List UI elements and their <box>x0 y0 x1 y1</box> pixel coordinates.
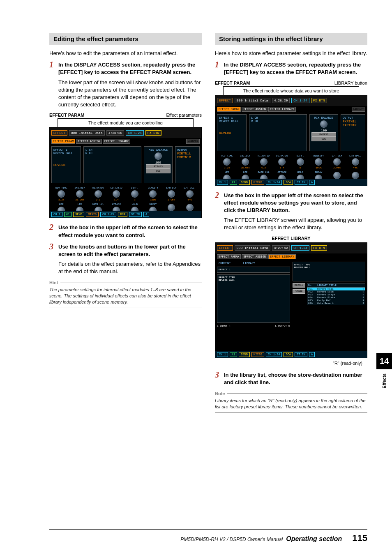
editing-header: Editing the effect parameters <box>49 33 202 45</box>
send-button[interactable]: SEND <box>239 352 250 357</box>
tab-effect-library[interactable]: EFFECT LIBRARY <box>268 107 296 112</box>
step-number: 2 <box>49 223 56 239</box>
library-row[interactable]: 005Early Ref.R <box>307 299 365 302</box>
effect-library-screenshot: EFFECT 000 Initial Data 4:27:49 CH 1-24 … <box>215 242 367 358</box>
fig-label-effect-param: EFFECT PARAM <box>215 81 250 85</box>
page-footer: PM5D/PM5D-RH V2 / DSP5D Owner's Manual O… <box>49 529 367 543</box>
r-readonly-caption: "R" (read-only) <box>215 361 362 366</box>
param-knob[interactable]: DIFF.8 <box>127 187 143 201</box>
bypass-button[interactable]: BYPASS <box>311 132 336 137</box>
param-knob[interactable]: E/R DLY2.0ms <box>329 154 346 169</box>
library-row[interactable]: 001Reverb HallR <box>307 288 365 290</box>
screen-name: EFFECT <box>51 130 67 136</box>
step-title: Use the box in the upper left of the scr… <box>58 224 198 238</box>
fig-label-effect-param: EFFECT PARAM <box>49 113 84 117</box>
param-knob[interactable]: INI.DLY35.0ms <box>71 187 88 201</box>
param-knob[interactable]: LO.RATIO1.4 <box>108 187 125 201</box>
storing-header: Storing settings in the effect library <box>215 33 367 45</box>
param-knob[interactable]: DIFF.8 <box>292 154 309 169</box>
effect-library-caption: EFFECT LIBRARY <box>215 236 367 241</box>
storing-intro: Here's how to store effect parameter set… <box>215 50 367 57</box>
step-title: Use the box in the upper left of the scr… <box>224 192 363 213</box>
tab-effect-assign[interactable]: EFFECT ASSIGN <box>242 107 267 112</box>
recall-button[interactable]: RECALL <box>293 283 306 288</box>
tab-effect-library[interactable]: EFFECT LIBRARY <box>103 139 130 144</box>
param-knob[interactable]: E/R BAL.44% <box>347 154 364 169</box>
library-button[interactable]: LIBRARY <box>352 107 365 112</box>
module-box[interactable]: EFFECT 1 <box>219 116 244 120</box>
selected-ch: CH 1 <box>51 212 62 217</box>
chapter-tab: 14 Effects <box>376 353 392 389</box>
meter-ch: CH 1-24 <box>126 130 144 136</box>
step-number: 1 <box>49 60 56 108</box>
step-number: 1 <box>215 60 221 76</box>
page-number: 115 <box>347 533 367 543</box>
library-row[interactable]: 003Reverb StageR <box>307 293 365 296</box>
library-row[interactable]: 006Gate ReverbR <box>307 302 365 305</box>
step-text: The lower part of the screen will show k… <box>58 79 201 108</box>
editing-intro: Here's how to edit the parameters of an … <box>49 50 202 57</box>
param-knob[interactable]: HI.RATIO0.3 <box>255 154 272 169</box>
fig-label-library-btn: LIBRARY button <box>334 81 367 85</box>
effect-module[interactable]: EFFECT 1 <box>217 267 290 273</box>
right-step-3: 3 In the library list, choose the store-… <box>215 371 367 386</box>
callout-module-store: The effect module whose data you want to… <box>223 86 359 95</box>
library-button[interactable]: LIBRARY <box>186 139 200 144</box>
left-column: Editing the effect parameters Here's how… <box>49 33 202 413</box>
store-button[interactable]: STORE <box>293 289 306 294</box>
tab-effect-param[interactable]: EFFECT PARAM <box>217 254 241 259</box>
right-step-2: 2 Use the box in the upper left of the s… <box>215 192 367 232</box>
scene-memory: 000 Initial Data <box>69 130 105 136</box>
library-row[interactable]: 004Reverb PlateR <box>307 296 365 299</box>
note-title: Note <box>215 391 225 396</box>
step-title: In the DISPLAY ACCESS section, repeatedl… <box>224 62 361 75</box>
library-list[interactable]: No.LIBRARY TITLE 001Reverb HallR002Rever… <box>307 283 365 305</box>
tab-effect-assign[interactable]: EFFECT ASSIGN <box>76 139 102 144</box>
section-title: Operating section <box>286 535 342 543</box>
step-number: 3 <box>215 371 221 386</box>
note-block: Note Library items for which an "R" (rea… <box>215 391 367 413</box>
tab-effect-library[interactable]: EFFECT LIBRARY <box>268 254 296 259</box>
step-title: In the DISPLAY ACCESS section, repeatedl… <box>58 62 195 75</box>
cue-button[interactable]: CUE <box>311 137 336 141</box>
param-knob[interactable]: E/R DLY2.0ms <box>163 187 180 201</box>
send-button[interactable]: SEND <box>239 180 250 185</box>
present-time: 4:28:20 <box>106 130 125 136</box>
module-box[interactable]: EFFECT 1 <box>53 148 79 152</box>
tab-effect-param[interactable]: EFFECT PARAM <box>51 139 75 144</box>
chapter-number: 14 <box>376 353 392 369</box>
param-knob[interactable]: HI.RATIO0.3 <box>90 187 106 201</box>
param-knob[interactable]: E/R BAL.44% <box>181 187 198 201</box>
left-step-1: 1 In the DISPLAY ACCESS section, repeate… <box>49 61 202 108</box>
bypass-button[interactable]: BYPASS <box>146 164 171 169</box>
chapter-label: Effects <box>382 373 387 389</box>
hint-body: The parameter settings for internal effe… <box>49 287 202 308</box>
step-number: 3 <box>49 242 56 276</box>
tab-effect-assign[interactable]: EFFECT ASSIGN <box>242 254 267 259</box>
param-knob[interactable]: REV TIME3.2s <box>219 154 235 169</box>
left-step-3: 3 Use the knobs and buttons in the lower… <box>49 243 202 276</box>
right-column: Storing settings in the effect library H… <box>215 33 367 413</box>
library-row[interactable]: 002Reverb RoomR <box>307 290 365 293</box>
step-text: For details on the effect parameters, re… <box>58 261 201 274</box>
send-button[interactable]: SEND <box>73 212 84 217</box>
hint-title: Hint <box>49 280 58 285</box>
param-knob[interactable]: LO.RATIO1.4 <box>274 154 291 169</box>
step-title: Use the knobs and buttons in the lower p… <box>58 244 186 257</box>
param-knob[interactable]: INI.DLY35.0ms <box>237 154 254 169</box>
callout-module-controlling: The effect module you are controlling <box>58 118 194 127</box>
param-knob[interactable]: REV TIME3.2s <box>53 187 70 201</box>
param-knob[interactable]: DENSITY100% <box>145 187 161 201</box>
effect-param-screenshot: EFFECT 000 Initial Data 4:28:20 CH 1-24 … <box>49 127 202 218</box>
effect-param-screenshot-2: EFFECT 000 Initial Data 4:28:20 CH 1-24 … <box>215 95 367 186</box>
right-step-1: 1 In the DISPLAY ACCESS section, repeate… <box>215 61 367 76</box>
tab-effect-param[interactable]: EFFECT PARAM <box>217 107 241 112</box>
fx-rtn: FX RTN <box>145 130 161 136</box>
left-step-2: 2 Use the box in the upper left of the s… <box>49 224 202 239</box>
manual-title: PM5D/PM5D-RH V2 / DSP5D Owner's Manual <box>180 537 283 542</box>
note-body: Library items for which an "R" (read-onl… <box>215 398 367 413</box>
param-knob[interactable]: DENSITY100% <box>310 154 327 169</box>
step-text: The EFFECT LIBRARY screen will appear, a… <box>224 217 362 230</box>
step-title: In the library list, choose the store-de… <box>224 372 362 385</box>
cue-button[interactable]: CUE <box>146 169 171 173</box>
